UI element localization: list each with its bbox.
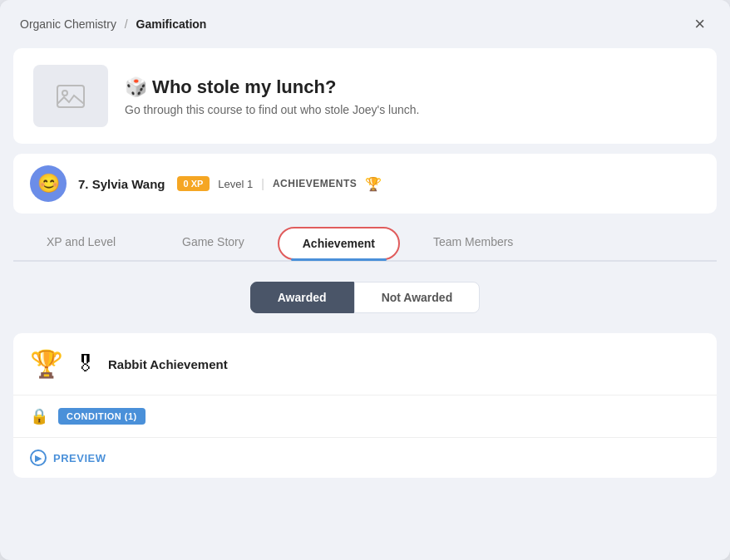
toggle-group: Awarded Not Awarded: [13, 282, 717, 313]
tab-achievement[interactable]: Achievement: [278, 227, 400, 260]
breadcrumb-parent: Organic Chemistry: [20, 17, 116, 31]
tab-team-members[interactable]: Team Members: [400, 224, 546, 262]
avatar: 😊: [30, 165, 67, 202]
tab-xp-level[interactable]: XP and Level: [13, 224, 149, 262]
trophy-emoji: 🏆: [365, 176, 382, 192]
user-info: 7. Sylvia Wang 0 XP Level 1 | ACHIEVEMEN…: [78, 176, 382, 192]
course-info-card: 🎲 Who stole my lunch? Go through this co…: [13, 48, 717, 144]
awarded-button[interactable]: Awarded: [250, 282, 354, 313]
not-awarded-button[interactable]: Not Awarded: [354, 282, 481, 313]
tab-achievement-wrapper: Achievement: [278, 226, 400, 259]
preview-row[interactable]: ▶ PREVIEW: [13, 438, 717, 478]
breadcrumb: Organic Chemistry / Gamification: [20, 17, 206, 31]
achievement-name: Rabbit Achievement: [108, 357, 228, 371]
achievement-card: 🏆 🎖 Rabbit Achievement 🔒 CONDITION (1) ▶…: [13, 333, 717, 478]
divider: |: [261, 177, 264, 190]
xp-badge: 0 XP: [177, 176, 210, 191]
lock-icon: 🔒: [30, 407, 48, 425]
condition-badge[interactable]: CONDITION (1): [58, 408, 146, 425]
level-text: Level 1: [218, 178, 253, 190]
image-placeholder-icon: [56, 84, 86, 109]
modal-header: Organic Chemistry / Gamification ×: [0, 0, 730, 48]
trophy-icon: 🏆: [30, 348, 63, 380]
course-description: Go through this course to find out who s…: [125, 103, 419, 116]
course-thumbnail: [33, 65, 108, 127]
achievement-name-row: 🏆 🎖 Rabbit Achievement: [13, 333, 717, 395]
course-details: 🎲 Who stole my lunch? Go through this co…: [125, 76, 419, 116]
user-card: 😊 7. Sylvia Wang 0 XP Level 1 | ACHIEVEM…: [13, 154, 717, 214]
badge-icon: 🎖: [75, 351, 96, 377]
course-title: 🎲 Who stole my lunch?: [125, 76, 419, 98]
preview-label: PREVIEW: [53, 452, 106, 464]
avatar-emoji: 😊: [37, 173, 60, 194]
svg-point-1: [62, 91, 67, 96]
breadcrumb-current: Gamification: [136, 17, 207, 31]
content-area: Awarded Not Awarded 🏆 🎖 Rabbit Achieveme…: [0, 262, 730, 491]
achievements-label: ACHIEVEMENTS: [273, 178, 357, 189]
user-number-name: 7. Sylvia Wang: [78, 177, 165, 191]
svg-rect-0: [57, 86, 84, 107]
modal-container: Organic Chemistry / Gamification × 🎲 Who…: [0, 0, 730, 560]
tabs-bar: XP and Level Game Story Achievement Team…: [13, 224, 717, 262]
condition-row: 🔒 CONDITION (1): [13, 395, 717, 438]
preview-play-icon: ▶: [30, 449, 47, 466]
close-button[interactable]: ×: [689, 13, 710, 35]
tab-game-story[interactable]: Game Story: [149, 224, 278, 262]
breadcrumb-separator: /: [125, 17, 128, 31]
